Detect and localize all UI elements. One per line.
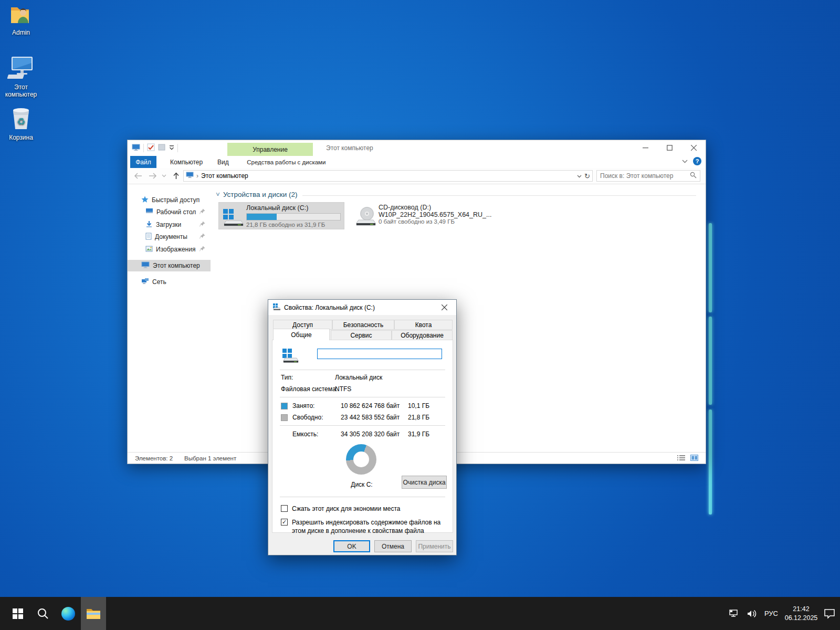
maximize-button[interactable]: [657, 140, 681, 155]
breadcrumb-location[interactable]: Этот компьютер: [201, 172, 248, 180]
compress-checkbox-label: Сжать этот диск для экономии места: [292, 505, 445, 513]
sidebar-item-this-pc[interactable]: Этот компьютер: [128, 260, 211, 271]
drive-tile-c[interactable]: Локальный диск (C:) 21,8 ГБ свободно из …: [218, 202, 344, 229]
tab-file[interactable]: Файл: [130, 156, 156, 168]
used-size: 10,1 ГБ: [408, 402, 429, 410]
new-folder-icon[interactable]: [158, 144, 166, 152]
tab-computer[interactable]: Компьютер: [163, 156, 210, 168]
drive-volume-label: W10P_22H2_19045.6575_X64_RU_...: [379, 211, 474, 218]
divider: [280, 425, 445, 426]
drive-tile-d[interactable]: CD-дисковод (D:) W10P_22H2_19045.6575_X6…: [351, 202, 477, 229]
tab-disk-tools[interactable]: Средства работы с дисками: [244, 156, 329, 168]
breadcrumb-chevron-icon[interactable]: ›: [196, 172, 198, 180]
start-button[interactable]: [5, 597, 30, 630]
sidebar-item-downloads[interactable]: Загрузки: [128, 219, 211, 230]
drive-usage-bar-fill: [247, 214, 277, 220]
sidebar-item-desktop[interactable]: Рабочий стол: [128, 206, 211, 218]
sidebar-item-documents[interactable]: Документы: [128, 231, 211, 243]
address-toolbar: › Этот компьютер ↻: [128, 168, 706, 184]
search-input[interactable]: [600, 172, 690, 180]
desktop-icon: [145, 208, 153, 216]
search-icon[interactable]: [690, 172, 697, 180]
volume-label-input[interactable]: [317, 349, 442, 359]
desktop-icon-this-pc[interactable]: Этот компьютер: [0, 55, 43, 99]
details-view-icon[interactable]: [677, 455, 685, 462]
ok-button[interactable]: OK: [333, 540, 370, 552]
free-space-swatch: [281, 414, 288, 421]
disk-cleanup-button[interactable]: Очистка диска: [402, 476, 447, 489]
sidebar-item-quick-access[interactable]: Быстрый доступ: [128, 194, 211, 206]
address-bar[interactable]: › Этот компьютер ↻: [183, 170, 593, 182]
address-dropdown-icon[interactable]: [577, 172, 582, 180]
desktop-icon-admin[interactable]: Admin: [0, 4, 43, 37]
cd-drive-icon: [354, 205, 376, 226]
volume-icon[interactable]: [743, 597, 760, 630]
language-indicator[interactable]: РУС: [760, 597, 782, 630]
tab-hardware[interactable]: Оборудование: [392, 330, 453, 340]
minimize-button[interactable]: [633, 140, 657, 155]
back-icon[interactable]: [133, 171, 143, 181]
cancel-button[interactable]: Отмена: [374, 540, 412, 552]
pin-icon: [200, 221, 205, 228]
thumbnails-view-icon[interactable]: [690, 455, 698, 462]
type-label: Тип:: [281, 374, 293, 381]
sidebar-item-label: Изображения: [156, 246, 195, 253]
sidebar-item-label: Документы: [155, 233, 187, 240]
pin-icon: [200, 208, 205, 216]
help-icon[interactable]: ?: [693, 157, 701, 165]
edge-browser-icon[interactable]: [56, 597, 81, 630]
action-center-icon[interactable]: [820, 597, 839, 630]
capacity-bytes: 34 305 208 320 байт: [341, 430, 400, 438]
compress-checkbox[interactable]: [281, 505, 288, 512]
tab-security[interactable]: Безопасность: [332, 320, 394, 330]
free-size: 21,8 ГБ: [408, 414, 429, 421]
type-value: Локальный диск: [335, 374, 382, 381]
tab-quota[interactable]: Квота: [394, 320, 453, 330]
computer-icon: [186, 172, 194, 180]
wallpaper-glow-line: [709, 317, 712, 405]
close-button[interactable]: [681, 140, 706, 155]
divider: [280, 497, 445, 497]
file-explorer-taskbar-icon[interactable]: [81, 597, 106, 630]
desktop-icon-recycle-bin[interactable]: ♻ Корзина: [0, 105, 43, 142]
tab-general[interactable]: Общие: [273, 329, 330, 340]
taskbar: РУС 21:42 06.12.2025: [0, 597, 840, 630]
collapse-ribbon-icon[interactable]: [682, 158, 688, 165]
search-box[interactable]: [596, 170, 700, 182]
items-count: Элементов: 2: [135, 455, 173, 461]
index-checkbox-label: Разрешить индексировать содержимое файло…: [292, 518, 445, 535]
clock-time: 21:42: [785, 605, 818, 614]
download-icon: [145, 220, 153, 229]
network-icon[interactable]: [726, 597, 743, 630]
dialog-titlebar[interactable]: Свойства: Локальный диск (C:): [268, 300, 456, 315]
drive-free-space: 0 байт свободно из 3,49 ГБ: [379, 218, 474, 225]
tab-tools[interactable]: Сервис: [331, 330, 392, 340]
chevron-down-icon[interactable]: ˅: [216, 191, 220, 198]
explorer-titlebar[interactable]: Управление Этот компьютер: [128, 140, 706, 156]
forward-icon[interactable]: [148, 171, 158, 181]
recent-locations-icon[interactable]: [160, 171, 167, 181]
tab-view[interactable]: Вид: [210, 156, 236, 168]
properties-dialog: Свойства: Локальный диск (C:) Доступ Без…: [268, 299, 457, 555]
refresh-icon[interactable]: ↻: [584, 172, 590, 180]
index-checkbox[interactable]: ✓: [281, 519, 288, 526]
sidebar-item-network[interactable]: Сеть: [128, 276, 211, 288]
network-icon: [141, 278, 149, 286]
contextual-tab-header: Управление: [227, 143, 313, 156]
computer-icon: [7, 75, 35, 82]
drive-name: Локальный диск (C:): [246, 204, 341, 212]
wallpaper-glow-line: [709, 223, 712, 312]
up-icon[interactable]: [171, 171, 181, 181]
divider: [280, 397, 445, 397]
properties-icon[interactable]: [147, 143, 155, 153]
group-header[interactable]: ˅ Устройства и диски (2): [216, 191, 297, 198]
apply-button[interactable]: Применить: [416, 540, 453, 552]
toolbar-separator: [177, 144, 178, 152]
sidebar-item-pictures[interactable]: Изображения: [128, 244, 211, 255]
close-icon[interactable]: [433, 300, 456, 314]
customize-toolbar-icon[interactable]: [169, 144, 174, 152]
pin-icon: [200, 246, 205, 253]
taskbar-search-icon[interactable]: [30, 597, 56, 630]
taskbar-clock[interactable]: 21:42 06.12.2025: [781, 597, 821, 630]
window-title: Этот компьютер: [326, 140, 373, 156]
